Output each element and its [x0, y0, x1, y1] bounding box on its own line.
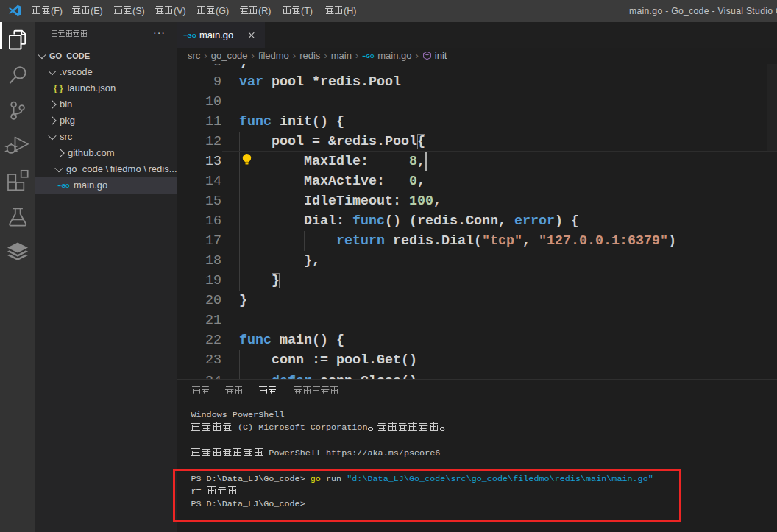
svg-text:GO: GO — [366, 54, 375, 59]
svg-text:GO: GO — [62, 183, 70, 188]
svg-text:GO: GO — [188, 32, 196, 39]
